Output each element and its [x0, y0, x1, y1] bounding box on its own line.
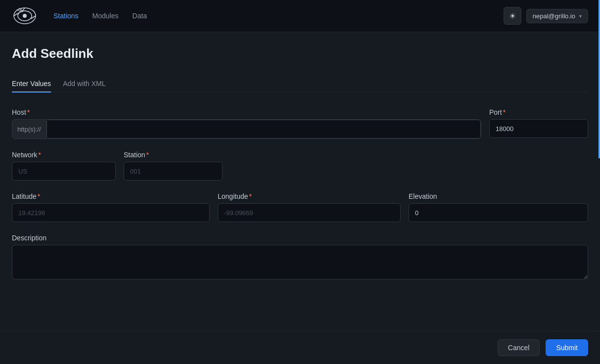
submit-button[interactable]: Submit — [546, 339, 588, 356]
host-group: Host* http(s):// — [12, 108, 481, 139]
description-label: Description — [12, 234, 588, 242]
port-group: Port* — [489, 108, 588, 138]
main-content: Add Seedlink Enter Values Add with XML H… — [0, 32, 600, 341]
station-input[interactable] — [124, 162, 223, 181]
nav-right: ☀ nepal@grillo.io ▾ — [504, 7, 588, 25]
latitude-group: Latitude* — [12, 192, 210, 222]
theme-toggle-button[interactable]: ☀ — [504, 7, 521, 25]
description-row: Description — [12, 234, 588, 279]
network-input[interactable] — [12, 162, 116, 181]
page-title: Add Seedlink — [12, 46, 588, 61]
seedlink-form: Host* http(s):// Port* Network* — [12, 108, 588, 279]
nav-modules[interactable]: Modules — [92, 12, 119, 20]
elevation-group: Elevation — [409, 192, 588, 222]
station-group: Station* — [124, 151, 223, 181]
longitude-input[interactable] — [218, 203, 401, 222]
elevation-input[interactable] — [409, 203, 588, 222]
description-textarea[interactable] — [12, 245, 588, 279]
port-input[interactable] — [489, 119, 588, 138]
host-input[interactable] — [46, 120, 481, 138]
nav-data[interactable]: Data — [133, 12, 147, 20]
elevation-label: Elevation — [409, 192, 588, 200]
lat-lon-elev-row: Latitude* Longitude* Elevation — [12, 192, 588, 222]
network-label: Network* — [12, 151, 116, 159]
port-label: Port* — [489, 108, 588, 116]
nav-links: Stations Modules Data — [53, 12, 488, 20]
svg-point-2 — [23, 14, 27, 18]
navbar: Stations Modules Data ☀ nepal@grillo.io … — [0, 0, 600, 32]
chevron-down-icon: ▾ — [579, 13, 582, 19]
logo[interactable] — [12, 5, 38, 27]
cancel-button[interactable]: Cancel — [498, 339, 540, 356]
user-dropdown[interactable]: nepal@grillo.io ▾ — [526, 9, 588, 23]
network-group: Network* — [12, 151, 116, 181]
station-label: Station* — [124, 151, 223, 159]
host-label: Host* — [12, 108, 481, 116]
tabs: Enter Values Add with XML — [12, 75, 588, 92]
host-port-row: Host* http(s):// Port* — [12, 108, 588, 139]
tab-enter-values[interactable]: Enter Values — [12, 76, 51, 92]
footer-actions: Cancel Submit — [0, 331, 600, 364]
host-prefix: http(s):// — [12, 120, 46, 138]
user-email: nepal@grillo.io — [533, 12, 575, 20]
host-input-wrapper: http(s):// — [12, 119, 481, 139]
tab-add-with-xml[interactable]: Add with XML — [63, 76, 105, 92]
network-station-row: Network* Station* — [12, 151, 588, 181]
latitude-label: Latitude* — [12, 192, 210, 200]
description-group: Description — [12, 234, 588, 279]
longitude-group: Longitude* — [218, 192, 401, 222]
latitude-input[interactable] — [12, 203, 210, 222]
longitude-label: Longitude* — [218, 192, 401, 200]
nav-stations[interactable]: Stations — [53, 12, 79, 20]
